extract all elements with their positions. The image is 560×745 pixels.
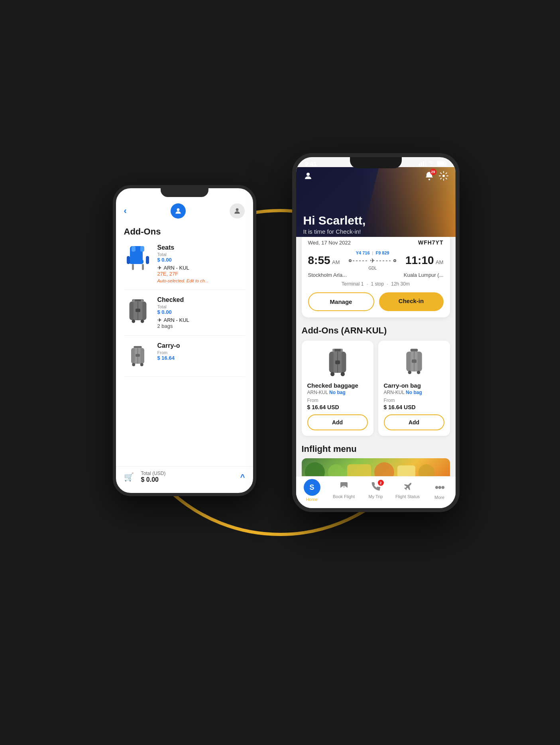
svg-rect-31 — [437, 162, 444, 165]
total-section: Total (USD) $ 0.00 — [141, 471, 236, 483]
svg-rect-3 — [129, 259, 143, 264]
flight-line: ✈ — [349, 257, 396, 264]
depart-ampm: AM — [332, 259, 340, 265]
notification-button[interactable]: 29 — [424, 171, 434, 183]
addon-name-checked: Checked — [157, 296, 245, 304]
svg-rect-4 — [127, 256, 130, 264]
addon-info-seats: Seats Total $ 0.00 ✈ ARN - KUL 27E, 27F … — [157, 244, 245, 283]
my-trip-badge-container: 2 — [371, 482, 381, 493]
hero-greeting-block: Hi Scarlett, It is time for Check-in! — [303, 214, 366, 235]
back-button[interactable]: ‹ — [124, 206, 127, 216]
back-header: ‹ — [124, 200, 245, 219]
depart-dot — [349, 259, 352, 262]
nav-label-more: More — [434, 495, 444, 500]
book-flight-icon — [339, 482, 349, 493]
addon-card-carryon: Carry-on bag ARN-KUL No bag From $ 16.64… — [378, 341, 450, 436]
bottom-nav: S Home Book Flight — [296, 476, 456, 508]
checked-bag-status: No bag — [329, 390, 346, 395]
svg-rect-43 — [332, 349, 334, 353]
stop-label: GDL — [368, 266, 377, 270]
arrive-ampm: AM — [436, 259, 444, 265]
flight-codes-row: Y4 716 | F9 829 — [356, 250, 389, 255]
checked-bag-from-label: From — [307, 398, 368, 403]
addon-card-checked: Checked baggage ARN-KUL No bag From $ 16… — [302, 341, 373, 436]
checked-bag-route: ARN-KUL No bag — [307, 390, 368, 395]
route-line-2 — [376, 260, 392, 261]
total-label: Total (USD) — [141, 471, 236, 476]
arrive-block: 11:10 AM — [405, 254, 444, 267]
my-trip-badge: 2 — [378, 480, 384, 486]
depart-time: 8:55 — [308, 254, 330, 266]
flight-card: Wed, 17 Nov 2022 WFH7YT 8:55 AM Y4 716 | — [302, 237, 450, 317]
addon-info-checked: Checked Total $ 0.00 ✈ ARN - KUL 2 bags — [157, 296, 245, 329]
greeting-text: Hi Scarlett, — [303, 214, 366, 227]
svg-point-35 — [442, 175, 445, 177]
svg-point-42 — [340, 372, 344, 376]
checked-bag-img — [307, 346, 368, 378]
checked-bag-title: Checked baggage — [307, 382, 368, 389]
svg-rect-7 — [142, 264, 144, 270]
airport-names-row: Stockholm Arla... Kuala Lumpur (... — [308, 272, 444, 278]
svg-rect-9 — [140, 246, 144, 252]
hero-bg: 29 Hi Scarlett, It is time for Check-i — [296, 167, 456, 237]
svg-rect-16 — [141, 300, 143, 302]
more-icon: ••• — [435, 481, 444, 494]
flight-route-middle: Y4 716 | F9 829 ✈ GDL — [340, 250, 405, 270]
nav-item-my-trip[interactable]: 2 My Trip — [360, 482, 392, 499]
svg-point-34 — [428, 179, 430, 180]
add-carryon-bag-button[interactable]: Add — [384, 414, 444, 430]
settings-icon[interactable] — [439, 171, 448, 183]
manage-button[interactable]: Manage — [308, 292, 374, 311]
addon-price-checked: $ 0.00 — [157, 309, 245, 315]
nav-item-more[interactable]: ••• More — [424, 481, 456, 500]
hero-right-icons: 29 — [424, 171, 448, 183]
inflight-menu-title: Inflight menu — [302, 444, 450, 454]
addon-info-carryon: Carry-o From $ 16.64 — [157, 342, 245, 361]
svg-rect-40 — [335, 361, 340, 364]
arrive-dot — [393, 259, 396, 262]
carryon-bag-from-label: From — [384, 398, 444, 403]
svg-rect-6 — [132, 264, 134, 270]
hero-section: 9:41 — [296, 157, 456, 237]
arrive-airport-name: Kuala Lumpur (... — [404, 272, 444, 278]
flight-actions: Manage Check-in — [308, 292, 444, 311]
svg-rect-14 — [136, 309, 140, 312]
svg-point-0 — [177, 208, 180, 211]
plane-icon: ✈ — [370, 257, 375, 264]
addon-item-seats: Seats Total $ 0.00 ✈ ARN - KUL 27E, 27F … — [124, 244, 245, 290]
addon-from-label-carryon: From — [157, 350, 245, 355]
battery-icon — [437, 161, 447, 167]
svg-point-25 — [140, 363, 143, 366]
svg-rect-49 — [412, 359, 417, 363]
back-avatar-secondary[interactable] — [230, 203, 245, 219]
svg-point-51 — [417, 371, 420, 374]
user-profile-icon[interactable] — [303, 171, 313, 183]
carryon-bag-status: No bag — [406, 390, 422, 395]
nav-item-flight-status[interactable]: Flight Status — [392, 482, 424, 499]
flight-status-icon — [403, 482, 413, 493]
expand-icon[interactable]: ^ — [240, 473, 245, 482]
cart-icon: 🛒 — [124, 472, 134, 482]
phones-container: ‹ Add-Ons — [101, 153, 460, 592]
svg-rect-23 — [136, 354, 140, 357]
flight-date: Wed, 17 Nov 2022 — [308, 240, 351, 246]
svg-rect-5 — [146, 256, 149, 264]
flight-times-row: 8:55 AM Y4 716 | F9 829 ✈ — [308, 250, 444, 270]
svg-rect-26 — [419, 164, 420, 166]
addons-grid: Checked baggage ARN-KUL No bag From $ 16… — [302, 341, 450, 436]
flight-card-header: Wed, 17 Nov 2022 WFH7YT — [308, 239, 444, 246]
svg-rect-45 — [410, 349, 418, 352]
addon-price-carryon: $ 16.64 — [157, 355, 245, 361]
back-avatar-active[interactable] — [171, 203, 186, 219]
svg-rect-44 — [340, 349, 342, 353]
nav-item-home[interactable]: S Home — [296, 479, 328, 502]
checkin-button[interactable]: Check-in — [379, 292, 444, 311]
main-content: Wed, 17 Nov 2022 WFH7YT 8:55 AM Y4 716 | — [296, 237, 456, 512]
carryon-icon — [124, 342, 152, 370]
addon-auto-msg: Auto-selected. Edit to ch... — [157, 278, 245, 283]
carryon-bag-price: $ 16.64 USD — [384, 404, 444, 410]
add-checked-bag-button[interactable]: Add — [307, 414, 368, 430]
svg-point-17 — [132, 319, 135, 323]
nav-item-book-flight[interactable]: Book Flight — [328, 482, 360, 499]
nav-label-home: Home — [306, 497, 318, 502]
